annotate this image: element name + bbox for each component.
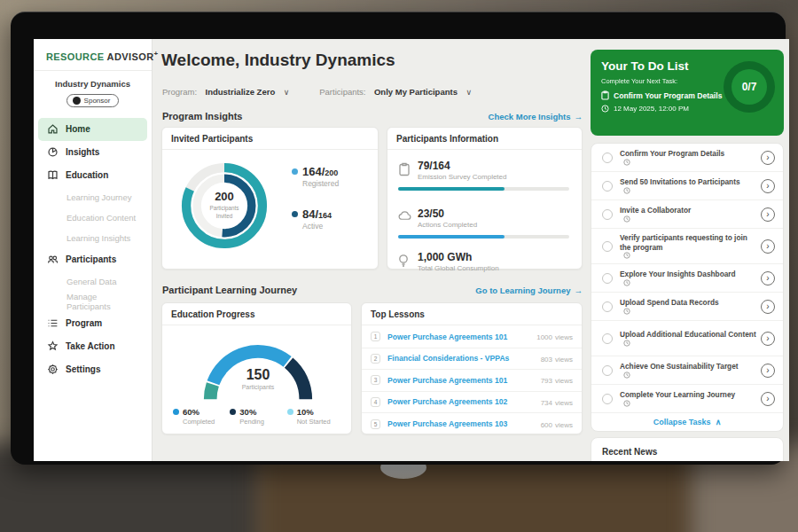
task-open-button[interactable]: › (761, 300, 775, 314)
task-row: Upload Spend Data Records › (591, 293, 783, 321)
sidebar-item-insights[interactable]: Insights (38, 141, 147, 164)
rank-badge: 1 (371, 332, 380, 341)
legend-active: 84/164 Active (292, 207, 339, 231)
lesson-link[interactable]: Financial Considerations - VPPAs (387, 354, 538, 363)
stat-label: Actions Completed (418, 221, 569, 229)
task-checkbox[interactable] (602, 394, 613, 404)
sponsor-badge[interactable]: Sponsor (66, 94, 120, 107)
clock-icon (601, 105, 609, 113)
pending-dot-icon (230, 409, 236, 415)
due-date: 12 May 2025, 12:00 PM (614, 105, 689, 113)
logo-advisor: ADVISOR (107, 51, 154, 62)
go-to-learning-journey-link[interactable]: Go to Learning Journey→ (475, 286, 583, 295)
sidebar-item-label: Settings (66, 364, 100, 374)
legend-label: Completed (183, 418, 230, 426)
info-icon (623, 159, 630, 166)
sidebar-item-participants[interactable]: Participants (38, 248, 147, 271)
task-checkbox[interactable] (602, 181, 613, 192)
task-label: Confirm Your Program Details (620, 149, 724, 158)
todo-summary-card: Your To Do List Complete Your Next Task:… (591, 50, 784, 136)
lesson-list: 1 Power Purchase Agreements 101 1000view… (362, 326, 582, 435)
info-icon (623, 279, 630, 286)
program-filter-label: Program: (162, 87, 197, 97)
top-lessons-card: Top Lessons 1 Power Purchase Agreements … (361, 302, 583, 434)
task-row: Upload Additional Educational Content › (591, 321, 783, 356)
task-checkbox[interactable] (602, 153, 613, 163)
program-filter[interactable]: Program: Industrialize Zero ∨ (162, 82, 289, 98)
sidebar-item-label: Education Content (66, 213, 136, 223)
sidebar-item-general-data[interactable]: General Data (38, 271, 147, 292)
sidebar-nav: Home Insights Education Learning Journey… (34, 114, 152, 381)
program-insights-section-header: Program Insights Check More Insights→ (162, 111, 583, 121)
emission-survey-stat: 79/164 Emission Survey Completed (398, 160, 569, 191)
invited-participants-card: Invited Participants 200 Participants In… (161, 127, 379, 270)
sidebar-item-manage-participants[interactable]: Manage Participants (38, 292, 147, 312)
sidebar-item-education-content[interactable]: Education Content (38, 207, 147, 228)
info-icon (623, 372, 630, 379)
card-title: Top Lessons (362, 303, 582, 325)
task-checkbox[interactable] (602, 241, 613, 252)
lesson-link[interactable]: Power Purchase Agreements 103 (387, 419, 538, 428)
home-icon (47, 123, 59, 135)
arrow-right-icon: → (575, 112, 583, 121)
lesson-link[interactable]: Power Purchase Agreements 101 (387, 376, 538, 385)
lesson-link[interactable]: Power Purchase Agreements 102 (387, 397, 538, 406)
task-checkbox[interactable] (602, 273, 613, 284)
task-open-button[interactable]: › (761, 239, 775, 254)
sidebar-item-home[interactable]: Home (38, 118, 147, 141)
clipboard-icon (601, 90, 609, 100)
task-row: Confirm Your Program Details › (591, 144, 783, 172)
lesson-link[interactable]: Power Purchase Agreements 101 (387, 332, 534, 341)
link-label: Check More Insights (489, 112, 571, 121)
education-icon (47, 169, 59, 181)
info-icon (623, 215, 630, 223)
participants-filter[interactable]: Participants: Only My Participants ∨ (319, 82, 472, 98)
card-title: Invited Participants (162, 128, 378, 150)
completed-dot-icon (173, 409, 179, 415)
lesson-row: 4 Power Purchase Agreements 102 734views (362, 392, 582, 414)
task-open-button[interactable]: › (761, 392, 775, 406)
lesson-row: 2 Financial Considerations - VPPAs 803vi… (362, 348, 582, 371)
info-icon (623, 252, 630, 259)
task-checkbox[interactable] (602, 365, 613, 376)
task-open-button[interactable]: › (761, 179, 775, 193)
info-icon (623, 308, 630, 315)
task-open-button[interactable]: › (761, 271, 775, 286)
card-title: Education Progress (162, 303, 351, 325)
task-checkbox[interactable] (602, 209, 613, 220)
sidebar-item-take-action[interactable]: Take Action (38, 335, 147, 358)
task-open-button[interactable]: › (761, 332, 775, 346)
task-open-button[interactable]: › (761, 151, 775, 165)
chevron-down-icon: ∨ (466, 88, 472, 97)
lesson-row: 5 Power Purchase Agreements 103 600views (362, 413, 582, 435)
stat-value: 23/50 (418, 207, 569, 220)
todo-task-list: Confirm Your Program Details › Send 50 I… (591, 143, 784, 432)
task-checkbox[interactable] (602, 301, 613, 312)
sidebar-item-label: Take Action (66, 341, 115, 351)
take-action-icon (47, 340, 59, 352)
sidebar-item-education[interactable]: Education (38, 164, 147, 187)
sidebar-item-learning-journey[interactable]: Learning Journey (38, 187, 147, 207)
section-title: Program Insights (162, 111, 242, 121)
rank-badge: 4 (371, 397, 380, 407)
sponsor-dot-icon (73, 97, 81, 105)
task-label: Achieve One Sustainability Target (620, 362, 739, 371)
legend-completed: 60% Completed (173, 407, 230, 426)
sidebar-item-label: General Data (66, 277, 117, 286)
task-checkbox[interactable] (602, 333, 613, 344)
task-open-button[interactable]: › (761, 364, 775, 378)
collapse-tasks-link[interactable]: Collapse Tasks ∧ (591, 413, 783, 431)
sidebar-item-label: Education (66, 170, 108, 180)
check-more-insights-link[interactable]: Check More Insights→ (489, 112, 583, 121)
sidebar-item-settings[interactable]: Settings (38, 358, 147, 381)
registered-dot-icon (292, 168, 298, 175)
participants-filter-value: Only My Participants (374, 87, 458, 97)
sidebar-item-learning-insights[interactable]: Learning Insights (38, 228, 147, 248)
info-icon (623, 187, 630, 194)
task-label: Invite a Collaborator (620, 206, 691, 215)
task-open-button[interactable]: › (761, 207, 775, 222)
task-row: Send 50 Invitations to Participants › (591, 172, 783, 200)
filter-bar: Program: Industrialize Zero ∨ Participan… (162, 82, 472, 98)
sidebar-item-program[interactable]: Program (38, 312, 147, 335)
sidebar-item-label: Learning Insights (66, 233, 130, 243)
